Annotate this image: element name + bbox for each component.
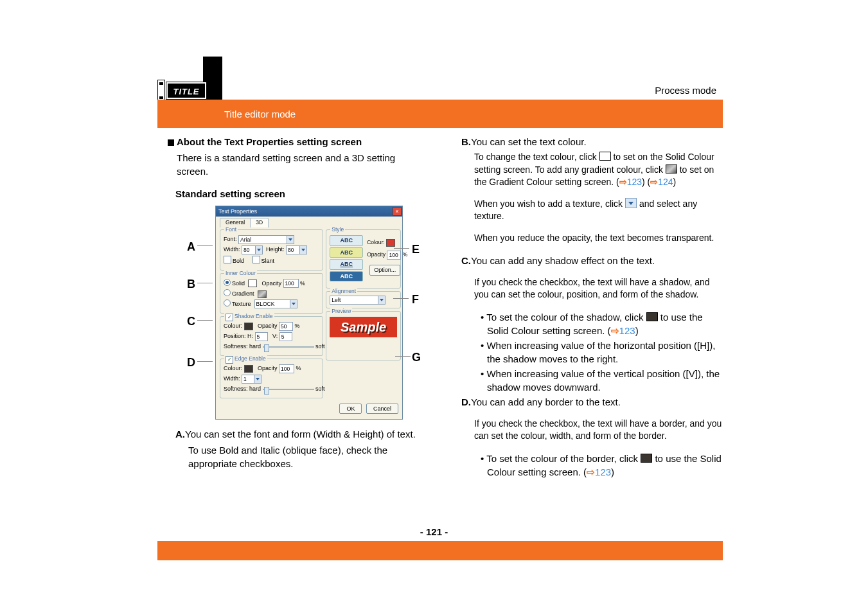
square-bullet-icon xyxy=(168,139,174,146)
edge-group: ✓Edge Enable Colour: Opacity 100 % Width… xyxy=(220,359,323,398)
item-c-bullet-1: • To set the colour of the shadow, click… xyxy=(481,310,723,337)
item-d-detail: If you check the checkbox, the text will… xyxy=(474,418,723,443)
ok-button[interactable]: OK xyxy=(339,404,362,414)
callout-f: F xyxy=(412,292,419,308)
option-button[interactable]: Option... xyxy=(369,265,400,276)
shadow-colour-icon[interactable] xyxy=(646,312,658,321)
chevron-down-icon[interactable] xyxy=(287,235,294,244)
close-icon[interactable]: × xyxy=(393,207,402,216)
item-c-bullet-3: • When increasing value of the vertical … xyxy=(481,367,723,394)
item-d: D.You can add any border to the text. xyxy=(461,395,723,409)
chevron-down-icon[interactable] xyxy=(256,245,263,254)
item-a: A.You can set the font and form (Width &… xyxy=(175,427,429,441)
style-colour-swatch[interactable] xyxy=(386,239,395,247)
about-heading: About the Text Properties setting screen xyxy=(168,135,429,148)
bold-checkbox[interactable] xyxy=(224,256,231,263)
item-b-detail-1: To change the text colour, click to set … xyxy=(474,151,723,189)
preview-sample: Sample xyxy=(330,317,397,337)
callout-e: E xyxy=(412,242,420,258)
slant-checkbox[interactable] xyxy=(252,256,260,263)
border-colour-icon[interactable] xyxy=(641,454,652,463)
style-btn-3[interactable]: ABC xyxy=(330,259,363,270)
link-arrow-icon: ⇨ xyxy=(650,177,658,187)
edge-soft-slider[interactable] xyxy=(263,387,314,392)
shadow-enable-checkbox[interactable]: ✓ xyxy=(226,314,233,321)
link-arrow-icon: ⇨ xyxy=(587,466,595,477)
shadow-pos-h[interactable]: 5 xyxy=(255,332,268,341)
style-btn-4[interactable]: ABC xyxy=(330,271,363,282)
solid-radio[interactable] xyxy=(224,279,231,286)
solid-colour-icon[interactable] xyxy=(599,152,611,161)
gradient-colour-icon[interactable] xyxy=(666,164,677,173)
texture-select[interactable]: BLOCK xyxy=(254,299,290,308)
shadow-colour-swatch[interactable] xyxy=(244,323,253,330)
callout-d: D xyxy=(187,355,195,371)
title-mode-badge: TITLE xyxy=(157,80,208,102)
style-btn-1[interactable]: ABC xyxy=(330,235,363,246)
link-arrow-icon: ⇨ xyxy=(619,177,627,187)
height-field[interactable]: 80 xyxy=(286,245,300,254)
standard-subhead: Standard setting screen xyxy=(175,187,429,200)
film-strip-icon xyxy=(157,80,165,102)
preview-group: Preview Sample xyxy=(326,311,401,360)
alignment-select[interactable]: Left xyxy=(330,296,378,305)
inner-opacity[interactable]: 100 xyxy=(283,279,299,288)
style-btn-2[interactable]: ABC xyxy=(330,247,363,258)
texture-dropdown-icon[interactable] xyxy=(625,198,637,208)
item-c: C.You can add any shadow effect on the t… xyxy=(461,254,723,267)
alignment-group: Alignment Left xyxy=(326,291,401,308)
callout-g: G xyxy=(412,350,421,366)
breadcrumb: Process mode xyxy=(655,85,716,90)
page-number: - 121 - xyxy=(0,526,868,537)
shadow-soft-slider[interactable] xyxy=(263,344,314,350)
item-c-bullet-2: • When increasing value of the horizonta… xyxy=(481,339,723,366)
intro-paragraph: There is a standard setting screen and a… xyxy=(177,151,429,178)
shadow-group: ✓Shadow Enable Colour: Opacity 50 % Posi… xyxy=(220,316,323,356)
callout-a: A xyxy=(187,239,195,255)
chevron-down-icon[interactable] xyxy=(290,299,297,308)
texture-radio[interactable] xyxy=(224,299,231,306)
shadow-opacity[interactable]: 50 xyxy=(279,322,293,331)
item-c-detail: If you check the checkbox, the text will… xyxy=(474,276,723,301)
chevron-down-icon[interactable] xyxy=(254,375,261,384)
style-opacity[interactable]: 100 xyxy=(387,251,401,260)
section-header: Title editor mode xyxy=(157,100,723,128)
cancel-button[interactable]: Cancel xyxy=(366,404,398,414)
inner-colour-group: Inner Colour Solid Opacity 100 % Gradien… xyxy=(220,273,323,314)
text-properties-dialog: Text Properties × General3D Font xyxy=(215,206,403,420)
page-link-124[interactable]: 124 xyxy=(658,177,673,187)
font-select[interactable]: Arial xyxy=(238,235,287,244)
edge-colour-swatch[interactable] xyxy=(244,365,253,373)
edge-opacity[interactable]: 100 xyxy=(279,364,294,373)
shadow-pos-v[interactable]: 5 xyxy=(279,332,292,341)
footer-bar xyxy=(157,541,723,560)
callout-b: B xyxy=(187,276,195,292)
edge-enable-checkbox[interactable]: ✓ xyxy=(226,356,233,364)
item-d-bullet-1: • To set the colour of the border, click… xyxy=(481,452,723,479)
callout-c: C xyxy=(187,314,195,330)
solid-colour-swatch[interactable] xyxy=(248,280,257,287)
link-arrow-icon: ⇨ xyxy=(611,325,619,336)
chevron-down-icon[interactable] xyxy=(300,245,307,254)
dialog-titlebar: Text Properties × xyxy=(216,206,402,217)
font-group: Font Font: Arial Width: 80 Height: 80 xyxy=(220,229,323,271)
page-link-123[interactable]: 123 xyxy=(627,177,642,187)
chevron-down-icon[interactable] xyxy=(378,296,385,305)
item-b-detail-3: When you reduce the opacity, the text be… xyxy=(474,232,723,245)
item-a-sub: To use Bold and Italic (oblique face), c… xyxy=(188,443,429,470)
section-header-title: Title editor mode xyxy=(224,109,296,120)
tab-3d[interactable]: 3D xyxy=(250,218,269,227)
item-b: B.You can set the text colour. xyxy=(461,135,723,148)
page-link-123[interactable]: 123 xyxy=(619,325,635,336)
dialog-screenshot: Text Properties × General3D Font xyxy=(196,206,421,420)
item-b-detail-2: When you wish to add a texture, click an… xyxy=(474,198,723,223)
gradient-radio[interactable] xyxy=(224,289,231,296)
style-group: Style ABC ABC ABC ABC xyxy=(326,229,401,289)
title-badge-label: TITLE xyxy=(166,82,206,99)
edge-width[interactable]: 1 xyxy=(242,375,254,384)
gradient-swatch[interactable] xyxy=(258,290,267,298)
page-link-123[interactable]: 123 xyxy=(595,466,611,477)
width-field[interactable]: 80 xyxy=(242,245,256,254)
